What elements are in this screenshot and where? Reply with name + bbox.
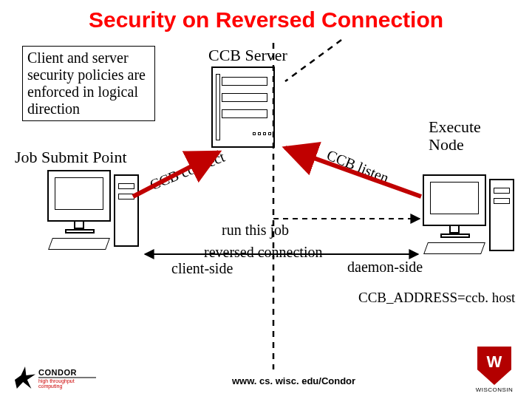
- uw-logo: WISCONSIN: [467, 347, 522, 393]
- slide-title: Security on Reversed Connection: [0, 0, 532, 33]
- policy-note-text: Client and server security policies are …: [27, 50, 146, 117]
- dashed-branch: [285, 40, 341, 81]
- job-submit-label: Job Submit Point: [15, 148, 127, 167]
- ccb-address-text: CCB_ADDRESS=ccb. host: [358, 290, 515, 306]
- condor-logo-text: CONDOR: [38, 369, 96, 377]
- daemon-side-label: daemon-side: [347, 259, 423, 276]
- execute-node-label: Execute Node: [429, 118, 481, 154]
- execute-node-computer-icon: [423, 174, 519, 263]
- condor-bird-icon: [15, 366, 35, 389]
- condor-logo: CONDOR high throughput computing: [15, 359, 96, 389]
- job-submit-computer-icon: [47, 170, 143, 259]
- policy-note-box: Client and server security policies are …: [22, 46, 155, 121]
- ccb-server-icon: [211, 66, 275, 148]
- uw-logo-text: WISCONSIN: [467, 386, 522, 393]
- footer-url: www. cs. wisc. edu/Condor: [232, 375, 355, 386]
- execute-node-line1: Execute: [429, 117, 481, 136]
- reversed-connection-label: reversed connection: [204, 244, 322, 261]
- execute-node-line2: Node: [429, 135, 464, 154]
- ccb-server-label: CCB Server: [208, 46, 287, 65]
- uw-shield-icon: [477, 347, 511, 385]
- client-side-label: client-side: [171, 260, 233, 277]
- ccb-connect-label: CCB connect: [148, 149, 228, 194]
- ccb-listen-label: CCB listen: [324, 146, 392, 186]
- run-this-job-label: run this job: [222, 222, 289, 239]
- condor-logo-tagline: high throughput computing: [38, 378, 96, 389]
